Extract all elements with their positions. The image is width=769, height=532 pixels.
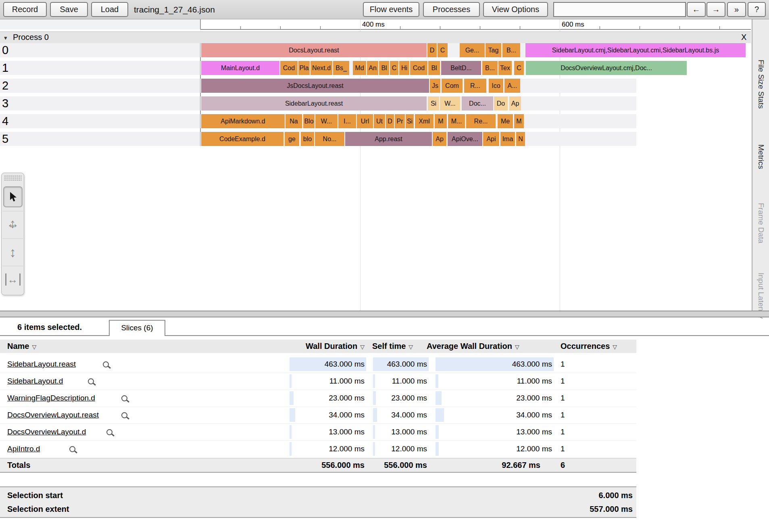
magnifier-icon[interactable] [121,412,127,418]
timing-tool-button[interactable]: ↔ [2,266,23,293]
timeline-slice[interactable]: Do [494,96,508,111]
timeline-slice[interactable]: JsDocsLayout.reast [201,79,429,93]
collapse-triangle-icon[interactable]: ▾ [4,34,7,42]
column-header-average-wall-duration[interactable]: Average Wall Duration▽ [427,340,519,354]
timeline-slice[interactable]: An [367,61,378,75]
slice-name-link[interactable]: WarningFlagDescription.d [7,390,95,407]
magnifier-icon[interactable] [106,429,113,435]
timeline-slice[interactable]: C [438,43,448,57]
side-tab-input-latency[interactable]: Input Latency [756,273,765,329]
column-header-name[interactable]: Name▽ [7,340,36,354]
find-next-button[interactable]: → [706,2,725,17]
timeline-slice[interactable]: R... [464,79,486,93]
magnifier-icon[interactable] [103,361,109,367]
timeline-slice[interactable]: MainLayout.d [201,61,279,75]
timeline-slice[interactable]: M... [448,114,465,128]
timeline-slice[interactable]: M [514,114,524,128]
timeline-slice[interactable]: Url [357,114,373,128]
timeline-slice[interactable]: DocsLayout.reast [201,43,427,57]
timeline-slice[interactable]: Js [430,79,440,93]
timeline-slice[interactable]: Tex [498,61,512,75]
timeline-slice[interactable]: Ut [374,114,385,128]
timeline-slice[interactable]: B... [502,43,520,57]
timeline-slice[interactable]: Me [498,114,513,128]
timeline-slice[interactable]: ge [285,132,299,146]
timeline-slice[interactable]: No... [315,132,344,146]
timeline-slice[interactable]: Doc... [462,96,493,111]
timeline-slice[interactable]: C [514,61,524,75]
horizontal-splitter[interactable] [0,311,769,317]
find-previous-button[interactable]: ← [687,2,706,17]
flow-events-button[interactable]: Flow events [363,2,419,17]
timeline-slice[interactable]: A... [504,79,520,93]
slice-name-link[interactable]: SidebarLayout.reast [7,356,76,373]
palette-drag-handle[interactable] [4,175,21,182]
tab-slices[interactable]: Slices (6) [109,320,165,336]
column-header-occurrences[interactable]: Occurrences▽ [561,340,617,354]
timeline-slice[interactable]: blo [301,132,314,146]
timeline-slice[interactable]: Pla [298,61,310,75]
timeline-slice[interactable]: App.reast [345,132,432,146]
magnifier-icon[interactable] [69,446,75,452]
timeline-slice[interactable]: SidebarLayout.reast [201,96,427,111]
timeline-slice[interactable]: Blo [303,114,315,128]
column-header-self-time[interactable]: Self time▽ [372,340,413,354]
timeline-slice[interactable]: W... [315,114,338,128]
side-tab-metrics[interactable]: Metrics [756,144,765,173]
timeline-slice[interactable]: Pr [395,114,405,128]
timeline-slice[interactable]: Ge... [460,43,485,57]
timeline-ruler[interactable]: 400 ms600 ms [0,19,769,29]
timeline-slice[interactable]: Bl [379,61,389,75]
magnifier-icon[interactable] [88,378,94,384]
timeline-slice[interactable]: Md [353,61,366,75]
zoom-tool-button[interactable]: ↕ [2,238,23,265]
pan-tool-button[interactable] [2,211,23,238]
expand-button[interactable]: » [727,2,746,17]
search-input[interactable] [553,2,686,17]
selection-tool-button[interactable] [2,184,23,210]
timeline-slice[interactable]: Hi [399,61,409,75]
view-options-button[interactable]: View Options [483,2,548,17]
timeline-slice[interactable]: Cod [410,61,427,75]
processes-button[interactable]: Processes [423,2,480,17]
close-track-button[interactable]: X [741,33,746,42]
timeline-slice[interactable]: Xml [415,114,433,128]
process-header[interactable]: ▾ Process 0 X [0,31,751,43]
timeline-slice[interactable]: SidebarLayout.cmj,SidebarLayout.cmi,Side… [525,43,746,57]
timeline-slice[interactable]: Ico [489,79,503,93]
timeline-slice[interactable]: DocsOverviewLayout.cmj,Doc... [526,61,687,75]
record-button[interactable]: Record [3,2,47,17]
timeline-slice[interactable]: ApiMarkdown.d [201,114,285,128]
timeline-slice[interactable]: I... [338,114,356,128]
load-button[interactable]: Load [91,2,128,17]
timeline-slice[interactable]: Com [442,79,463,93]
slice-name-link[interactable]: SidebarLayout.d [7,373,63,390]
timeline-slice[interactable]: D [386,114,394,128]
side-tab-frame-data[interactable]: Frame Data [756,203,765,245]
timeline-slice[interactable]: Bl [428,61,440,75]
timeline-slice[interactable]: Api [483,132,499,146]
timeline-slice[interactable]: Re... [466,114,496,128]
timeline-slice[interactable]: D [427,43,437,57]
slice-name-link[interactable]: ApiIntro.d [7,440,40,457]
side-tab-file-size-stats[interactable]: File Size Stats [756,60,765,120]
slice-name-link[interactable]: DocsOverviewLayout.d [7,424,86,440]
timeline-slice[interactable]: B... [482,61,498,75]
timeline-slice[interactable]: Tag [486,43,501,57]
timeline-slice[interactable]: W... [440,96,460,111]
timeline-slice[interactable]: Ima [500,132,515,146]
timeline-slice[interactable]: N [516,132,525,146]
timeline-slice[interactable]: BeltD... [441,61,481,75]
slice-name-link[interactable]: DocsOverviewLayout.reast [7,407,99,424]
column-header-wall-duration[interactable]: Wall Duration▽ [290,340,365,354]
timeline-slice[interactable]: C [390,61,398,75]
timeline-slice[interactable]: Ap [433,132,446,146]
timeline-slice[interactable]: ApiOve... [448,132,482,146]
timeline-slice[interactable]: CodeExample.d [201,132,283,146]
save-button[interactable]: Save [50,2,88,17]
timeline-slice[interactable]: Bs_ [333,61,349,75]
timeline-slice[interactable]: Cod [280,61,298,75]
timeline-slice[interactable]: Ap [509,96,521,111]
timeline-slice[interactable]: Next.d [311,61,332,75]
timeline-slice[interactable]: Si [406,114,414,128]
